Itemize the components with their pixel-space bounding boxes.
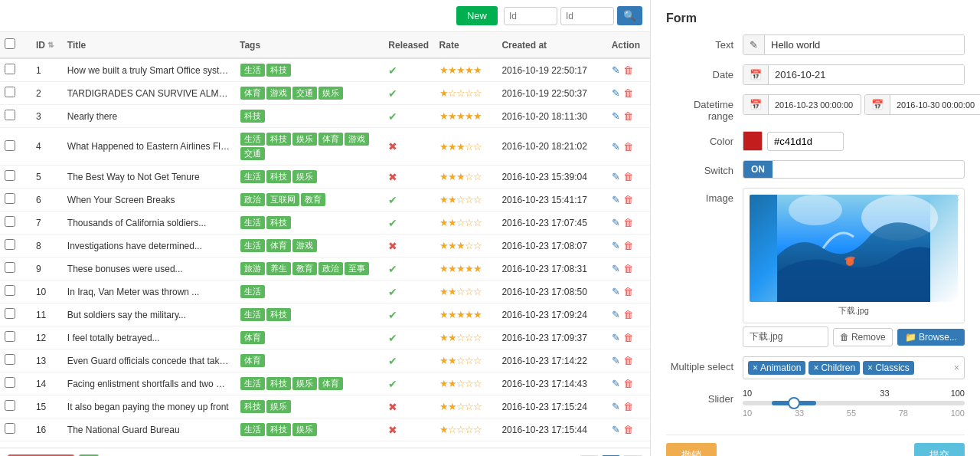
select-all-checkbox[interactable] bbox=[5, 38, 15, 49]
color-input[interactable] bbox=[767, 132, 844, 151]
row-checkbox[interactable] bbox=[5, 140, 15, 151]
submit-button[interactable]: 提交 bbox=[914, 443, 965, 456]
search-id-input-2[interactable] bbox=[560, 7, 614, 25]
edit-action[interactable]: ✎ bbox=[612, 263, 620, 274]
delete-action[interactable]: 🗑 bbox=[623, 401, 633, 412]
datetime-start-input[interactable] bbox=[769, 97, 861, 113]
ms-tag-x-animation[interactable]: × bbox=[753, 363, 758, 373]
row-id: 2 bbox=[31, 82, 63, 105]
switch-label: Switch bbox=[666, 160, 743, 176]
browse-button[interactable]: 📁 Browse... bbox=[897, 329, 965, 346]
edit-action[interactable]: ✎ bbox=[612, 87, 620, 99]
released-check: ✔ bbox=[388, 286, 397, 298]
released-check: ✔ bbox=[388, 64, 397, 77]
delete-action[interactable]: 🗑 bbox=[623, 424, 633, 435]
new-button[interactable]: New bbox=[456, 6, 498, 25]
row-tags: 生活科技娱乐 bbox=[235, 166, 384, 189]
row-rate: ★☆☆☆☆ bbox=[435, 82, 498, 105]
edit-action[interactable]: ✎ bbox=[612, 64, 620, 76]
edit-action[interactable]: ✎ bbox=[612, 110, 620, 122]
delete-action[interactable]: 🗑 bbox=[623, 194, 633, 205]
id-sort-header[interactable]: ID ⇅ bbox=[36, 40, 58, 51]
delete-action[interactable]: 🗑 bbox=[623, 355, 633, 366]
multiselect-clear-button[interactable]: × bbox=[954, 363, 959, 373]
delete-action[interactable]: 🗑 bbox=[623, 141, 633, 153]
row-checkbox[interactable] bbox=[5, 110, 15, 120]
row-action: ✎ 🗑 bbox=[607, 349, 650, 372]
datetime-end-input[interactable] bbox=[890, 97, 980, 113]
delete-action[interactable]: 🗑 bbox=[623, 263, 633, 274]
edit-action[interactable]: ✎ bbox=[612, 424, 620, 435]
released-check: ✔ bbox=[388, 263, 397, 275]
row-checkbox[interactable] bbox=[5, 423, 15, 434]
row-checkbox[interactable] bbox=[5, 170, 15, 181]
row-checkbox[interactable] bbox=[5, 354, 15, 365]
rate-column-header: Rate bbox=[435, 32, 498, 58]
row-checkbox[interactable] bbox=[5, 377, 15, 388]
row-checkbox[interactable] bbox=[5, 262, 15, 273]
color-label: Color bbox=[666, 131, 743, 147]
text-input[interactable] bbox=[765, 35, 964, 54]
row-created: 2016-10-23 17:09:37 bbox=[497, 326, 606, 349]
row-checkbox[interactable] bbox=[5, 285, 15, 296]
slider-thumb[interactable] bbox=[788, 397, 800, 409]
delete-action[interactable]: 🗑 bbox=[623, 378, 633, 389]
delete-action[interactable]: 🗑 bbox=[623, 309, 633, 320]
color-swatch[interactable] bbox=[743, 131, 763, 151]
row-checkbox[interactable] bbox=[5, 64, 15, 74]
row-created: 2016-10-23 17:08:50 bbox=[497, 280, 606, 303]
row-checkbox[interactable] bbox=[5, 216, 15, 227]
delete-action[interactable]: 🗑 bbox=[623, 332, 633, 343]
search-button[interactable]: 🔍 bbox=[617, 6, 642, 25]
row-checkbox[interactable] bbox=[5, 239, 15, 250]
row-checkbox[interactable] bbox=[5, 193, 15, 204]
edit-action[interactable]: ✎ bbox=[612, 401, 620, 412]
row-created: 2016-10-19 22:50:37 bbox=[497, 82, 606, 105]
edit-action[interactable]: ✎ bbox=[612, 217, 620, 228]
delete-action[interactable]: 🗑 bbox=[623, 171, 633, 182]
delete-action[interactable]: 🗑 bbox=[623, 240, 633, 251]
row-id: 5 bbox=[31, 166, 63, 189]
edit-action[interactable]: ✎ bbox=[612, 309, 620, 320]
edit-action[interactable]: ✎ bbox=[612, 286, 620, 297]
row-id: 12 bbox=[31, 326, 63, 349]
released-check: ✔ bbox=[388, 309, 397, 321]
row-checkbox[interactable] bbox=[5, 400, 15, 411]
edit-action[interactable]: ✎ bbox=[612, 332, 620, 343]
row-checkbox[interactable] bbox=[5, 331, 15, 342]
edit-action[interactable]: ✎ bbox=[612, 171, 620, 182]
edit-action[interactable]: ✎ bbox=[612, 194, 620, 205]
image-row: Image × bbox=[666, 188, 965, 347]
row-created: 2016-10-20 18:11:30 bbox=[497, 105, 606, 128]
delete-action[interactable]: 🗑 bbox=[623, 110, 633, 122]
date-input[interactable] bbox=[769, 65, 964, 84]
delete-action[interactable]: 🗑 bbox=[623, 286, 633, 297]
edit-action[interactable]: ✎ bbox=[612, 141, 620, 153]
search-id-input-1[interactable] bbox=[504, 7, 557, 25]
multiselect-input[interactable]: × Animation × Children × Classics × bbox=[743, 356, 965, 379]
row-created: 2016-10-19 22:50:17 bbox=[497, 58, 606, 82]
delete-action[interactable]: 🗑 bbox=[623, 87, 633, 99]
slider-container: 10 33 100 10 33 55 78 100 bbox=[743, 389, 965, 418]
edit-action[interactable]: ✎ bbox=[612, 378, 620, 389]
color-field bbox=[743, 131, 965, 151]
cancel-button[interactable]: 撤销 bbox=[666, 443, 717, 456]
row-checkbox[interactable] bbox=[5, 308, 15, 319]
delete-action[interactable]: 🗑 bbox=[623, 64, 633, 76]
remove-button[interactable]: 🗑 Remove bbox=[833, 328, 893, 346]
switch-row: Switch ON bbox=[666, 160, 965, 179]
edit-action[interactable]: ✎ bbox=[612, 355, 620, 366]
tag: 科技 bbox=[266, 308, 291, 321]
row-tags: 体育游戏交通娱乐 bbox=[235, 82, 384, 105]
delete-action[interactable]: 🗑 bbox=[623, 217, 633, 228]
switch-toggle[interactable]: ON bbox=[743, 160, 965, 179]
row-checkbox[interactable] bbox=[5, 87, 15, 97]
slider-track[interactable] bbox=[743, 401, 965, 405]
row-action: ✎ 🗑 bbox=[607, 235, 650, 258]
row-rate: ★★★★★ bbox=[435, 58, 498, 82]
released-check: ✔ bbox=[388, 378, 397, 390]
table-row: 8 Investigations have determined... 生活体育… bbox=[0, 235, 650, 258]
edit-action[interactable]: ✎ bbox=[612, 240, 620, 251]
ms-tag-x-classics[interactable]: × bbox=[867, 363, 873, 373]
ms-tag-x-children[interactable]: × bbox=[813, 363, 818, 373]
